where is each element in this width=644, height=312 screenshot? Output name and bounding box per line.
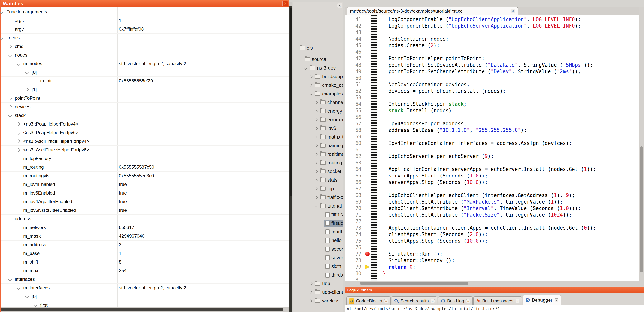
close-icon[interactable]: × bbox=[466, 299, 470, 303]
marker-margin[interactable] bbox=[364, 270, 371, 277]
expand-icon[interactable] bbox=[314, 127, 318, 130]
vertical-scrollbar[interactable] bbox=[289, 6, 292, 312]
watch-row[interactable]: [1] bbox=[0, 85, 289, 94]
marker-margin[interactable] bbox=[364, 231, 371, 238]
scrollbar-thumb[interactable] bbox=[360, 282, 468, 285]
code-text[interactable]: NodeContainer nodes; bbox=[377, 36, 448, 42]
code-line[interactable]: 75 clientApps.Stop (Seconds (10.0)); bbox=[345, 238, 639, 244]
code-text[interactable] bbox=[377, 218, 382, 225]
tree-item-socket[interactable]: socket bbox=[292, 167, 343, 176]
line-number[interactable]: 68 bbox=[345, 192, 364, 198]
tree-item-matrix-topol[interactable]: matrix-topol bbox=[292, 133, 343, 141]
line-number[interactable]: 72 bbox=[345, 218, 364, 225]
line-number[interactable]: 62 bbox=[345, 153, 364, 159]
code-line[interactable]: 41 LogComponentEnable ("UdpEchoClientApp… bbox=[345, 16, 639, 23]
line-number[interactable]: 61 bbox=[345, 147, 364, 153]
watch-row[interactable]: m_routing0x555555587c50 bbox=[0, 163, 289, 171]
marker-margin[interactable] bbox=[364, 264, 371, 270]
marker-margin[interactable] bbox=[364, 225, 371, 231]
marker-margin[interactable] bbox=[364, 205, 371, 212]
watch-row[interactable]: m_ipv6Enabledtrue bbox=[0, 189, 289, 197]
code-line[interactable]: 70 echoClient.SetAttribute ("Interval", … bbox=[345, 205, 639, 212]
close-icon[interactable]: × bbox=[554, 298, 558, 302]
code-line[interactable]: 45 nodes.Create (2); bbox=[345, 42, 639, 49]
collapse-icon[interactable] bbox=[0, 10, 4, 14]
collapse-icon[interactable] bbox=[34, 303, 37, 307]
line-number[interactable]: 60 bbox=[345, 140, 364, 147]
expand-icon[interactable] bbox=[16, 122, 20, 126]
watch-row[interactable]: m_base1 bbox=[0, 249, 289, 258]
breakpoint-icon[interactable] bbox=[365, 252, 370, 256]
expand-icon[interactable] bbox=[309, 282, 312, 285]
marker-margin[interactable] bbox=[364, 277, 371, 281]
marker-margin[interactable] bbox=[364, 120, 371, 127]
tree-item-realtime[interactable]: realtime bbox=[292, 150, 343, 158]
marker-margin[interactable] bbox=[364, 49, 371, 55]
code-text[interactable]: devices = pointToPoint.Install (nodes); bbox=[377, 88, 506, 94]
tree-item-first-cc[interactable]: first.cc bbox=[292, 219, 343, 227]
watch-row[interactable]: m_ptr0x55555556cf20 bbox=[0, 77, 289, 85]
line-number[interactable]: 59 bbox=[345, 133, 364, 140]
watch-row[interactable]: m_max254 bbox=[0, 266, 289, 275]
code-text[interactable] bbox=[377, 244, 382, 251]
marker-margin[interactable] bbox=[364, 238, 371, 244]
marker-margin[interactable] bbox=[364, 75, 371, 81]
tree-item-wireless[interactable]: wireless bbox=[292, 297, 343, 305]
code-line[interactable]: 67 bbox=[345, 185, 639, 192]
code-line[interactable]: 56 bbox=[345, 114, 639, 120]
line-number[interactable]: 80 bbox=[345, 270, 364, 277]
code-line[interactable]: 48 pointToPoint.SetDeviceAttribute ("Dat… bbox=[345, 62, 639, 68]
marker-margin[interactable] bbox=[364, 107, 371, 114]
code-line[interactable]: 44 NodeContainer nodes; bbox=[345, 36, 639, 42]
close-icon[interactable]: × bbox=[384, 299, 388, 303]
marker-margin[interactable] bbox=[364, 192, 371, 198]
expand-icon[interactable] bbox=[16, 131, 20, 135]
collapse-icon[interactable] bbox=[25, 295, 29, 298]
code-text[interactable] bbox=[377, 133, 382, 140]
tree-item-fifth-cc[interactable]: fifth.cc bbox=[292, 210, 343, 219]
code-line[interactable]: 58 address.SetBase ("10.1.1.0", "255.255… bbox=[345, 127, 639, 133]
expand-icon[interactable] bbox=[314, 196, 318, 199]
tree-item-hello-simul[interactable]: hello-simul bbox=[292, 236, 343, 245]
marker-margin[interactable] bbox=[364, 55, 371, 62]
close-icon[interactable]: × bbox=[282, 1, 288, 6]
code-text[interactable]: echoClient.SetAttribute ("Interval", Tim… bbox=[377, 205, 581, 212]
code-text[interactable]: clientApps.Stop (Seconds (10.0)); bbox=[377, 238, 488, 244]
tree-item-traffic-contro[interactable]: traffic-contro bbox=[292, 193, 343, 202]
code-text[interactable]: } bbox=[377, 270, 386, 277]
expand-icon[interactable] bbox=[8, 44, 12, 48]
expand-icon[interactable] bbox=[314, 110, 318, 113]
code-text[interactable]: LogComponentEnable ("UdpEchoClientApplic… bbox=[377, 16, 581, 23]
close-icon[interactable]: × bbox=[516, 299, 520, 303]
marker-margin[interactable] bbox=[364, 185, 371, 192]
tree-item-ns-3-dev[interactable]: ns-3-dev bbox=[292, 64, 343, 72]
expand-icon[interactable] bbox=[16, 139, 20, 143]
marker-margin[interactable] bbox=[364, 159, 371, 166]
code-text[interactable] bbox=[377, 159, 382, 166]
marker-margin[interactable] bbox=[364, 251, 371, 257]
marker-margin[interactable] bbox=[364, 29, 371, 36]
expand-icon[interactable] bbox=[314, 118, 318, 122]
line-number[interactable]: 56 bbox=[345, 114, 364, 120]
line-number[interactable]: 63 bbox=[345, 159, 364, 166]
code-text[interactable]: echoClient.SetAttribute ("MaxPackets", U… bbox=[377, 198, 563, 205]
tree-item-source[interactable]: source bbox=[292, 55, 343, 64]
code-line[interactable]: 52 devices = pointToPoint.Install (nodes… bbox=[345, 88, 639, 94]
tree-item-fourth-cc[interactable]: fourth.cc bbox=[292, 227, 343, 236]
code-text[interactable]: nodes.Create (2); bbox=[377, 42, 440, 49]
marker-margin[interactable] bbox=[364, 172, 371, 179]
watch-row[interactable]: Locals bbox=[0, 33, 289, 42]
code-line[interactable]: 65 serverApps.Start (Seconds (1.0)); bbox=[345, 172, 639, 179]
expand-icon[interactable] bbox=[314, 187, 318, 190]
log-tab-code-blocks[interactable]: ⚙Code::Blocks× bbox=[346, 297, 390, 305]
line-number[interactable]: 76 bbox=[345, 244, 364, 251]
code-line[interactable]: 46 bbox=[345, 49, 639, 55]
code-line[interactable]: 42 LogComponentEnable ("UdpEchoServerApp… bbox=[345, 23, 639, 29]
code-text[interactable]: echoClient.SetAttribute ("PacketSize", U… bbox=[377, 212, 572, 218]
marker-margin[interactable] bbox=[364, 147, 371, 153]
code-text[interactable] bbox=[377, 147, 382, 153]
code-area[interactable]: 41 LogComponentEnable ("UdpEchoClientApp… bbox=[345, 15, 639, 281]
scrollbar-thumb[interactable] bbox=[1, 308, 283, 312]
line-number[interactable]: 64 bbox=[345, 166, 364, 172]
line-number[interactable]: 42 bbox=[345, 23, 364, 29]
